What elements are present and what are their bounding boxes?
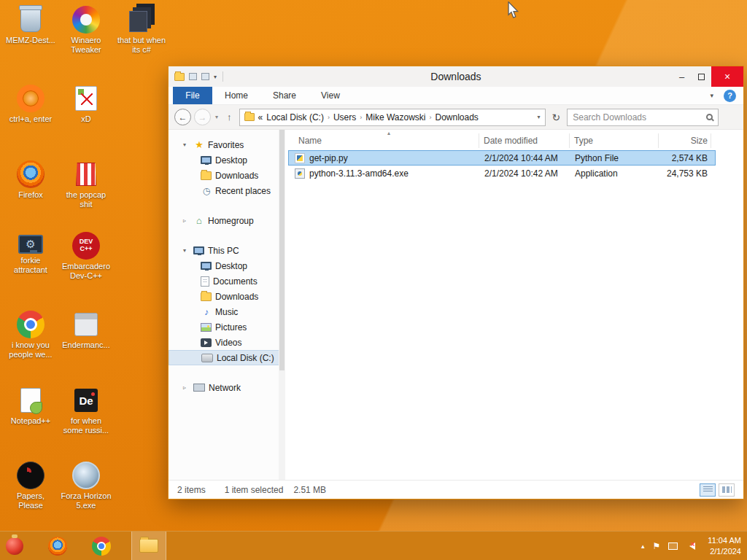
crumb-segment[interactable]: Users xyxy=(333,112,356,122)
qat-properties-icon[interactable] xyxy=(189,73,197,80)
crumb-segment[interactable]: Local Disk (C:) xyxy=(266,112,324,122)
column-header-name[interactable]: Name xyxy=(285,133,479,148)
desktop-icon-label: ctrl+a, enter xyxy=(9,114,52,124)
stacked-windows-icon xyxy=(128,6,155,34)
column-header-type[interactable]: Type xyxy=(570,133,659,148)
nav-scrollbar[interactable] xyxy=(279,130,285,480)
tab-view[interactable]: View xyxy=(309,87,352,104)
nav-pc-music[interactable]: ♪ Music xyxy=(169,304,285,319)
nav-favorites-desktop[interactable]: Desktop xyxy=(169,152,285,168)
desktop-icon-firefox[interactable]: Firefox xyxy=(4,160,57,200)
nav-pc-local-disk[interactable]: Local Disk (C:) xyxy=(169,350,285,365)
tab-file[interactable]: File xyxy=(173,87,212,104)
crumb-overflow[interactable]: « xyxy=(258,112,263,122)
close-button[interactable]: × xyxy=(711,66,743,87)
desktop-icon-russian[interactable]: for when some russi... xyxy=(60,386,112,435)
quick-access-toolbar: ▾ xyxy=(169,71,223,82)
nav-homegroup[interactable]: ▹ ⌂ Homegroup xyxy=(169,213,285,228)
mouse-cursor xyxy=(507,1,520,19)
column-header-size[interactable]: Size xyxy=(659,133,711,148)
nav-pc-downloads[interactable]: Downloads xyxy=(169,289,285,304)
nav-favorites-recent-places[interactable]: ◷ Recent places xyxy=(169,183,285,198)
network-icon xyxy=(193,384,205,392)
nav-pc-videos[interactable]: Videos xyxy=(169,335,285,350)
details-view-button[interactable] xyxy=(700,483,716,497)
desktop-icon-csharp[interactable]: that but when its c# xyxy=(115,6,168,55)
minimize-button[interactable]: – xyxy=(672,66,692,87)
nav-label: Pictures xyxy=(215,322,247,332)
nav-pc-pictures[interactable]: Pictures xyxy=(169,319,285,335)
tab-home[interactable]: Home xyxy=(212,87,260,104)
column-header-date[interactable]: Date modified xyxy=(479,133,570,148)
desktop-icon-notepadpp[interactable]: Notepad++ xyxy=(4,386,57,426)
desktop-icon-ctrl-a[interactable]: ctrl+a, enter xyxy=(4,85,57,124)
search-input[interactable] xyxy=(573,112,703,122)
desktop-icon-enderman[interactable]: Endermanc... xyxy=(60,311,112,350)
start-button[interactable] xyxy=(6,537,23,555)
nav-label: This PC xyxy=(208,246,239,256)
tab-share[interactable]: Share xyxy=(260,87,309,104)
taskbar-chrome-icon[interactable] xyxy=(92,537,111,556)
refresh-button[interactable]: ↻ xyxy=(552,112,561,123)
nav-network[interactable]: ▹ Network xyxy=(169,380,285,395)
dev-cpp-icon xyxy=(72,232,100,260)
action-center-icon[interactable]: ⚑ xyxy=(653,541,661,551)
collapse-arrow-icon[interactable]: ▹ xyxy=(183,217,193,224)
desktop-icon-forkie[interactable]: forkie attractant xyxy=(4,232,57,275)
desktop-icon-label: forkie attractant xyxy=(4,256,57,275)
file-row-python-installer[interactable]: python-3.11.3-amd64.exe 2/1/2024 10:42 A… xyxy=(288,166,716,181)
volume-icon[interactable]: × xyxy=(686,542,695,550)
file-row-get-pip[interactable]: get-pip.py 2/1/2024 10:44 AM Python File… xyxy=(288,150,716,166)
search-icon[interactable] xyxy=(706,114,713,120)
crumb-segment[interactable]: Downloads xyxy=(435,112,478,122)
nav-favorites[interactable]: ▾ ★ Favorites xyxy=(169,137,285,152)
nav-pc-desktop[interactable]: Desktop xyxy=(169,258,285,273)
back-button[interactable]: ← xyxy=(174,109,191,125)
breadcrumb[interactable]: « Local Disk (C:) › Users › Mike Wazowsk… xyxy=(239,109,546,126)
clock-date: 2/1/2024 xyxy=(710,546,741,556)
help-button[interactable]: ? xyxy=(724,90,736,102)
desktop-icon-winaero[interactable]: Winaero Tweaker xyxy=(60,6,112,55)
file-list: ▴ Name Date modified Type Size get-pip.p… xyxy=(285,130,743,480)
recent-locations-icon[interactable]: ▾ xyxy=(215,114,218,120)
desktop-icon-papers-please[interactable]: Papers, Please xyxy=(4,462,57,510)
homegroup-icon: ⌂ xyxy=(193,215,205,226)
title-bar[interactable]: ▾ Downloads – × xyxy=(169,66,743,87)
details-view-icon xyxy=(703,486,713,493)
crumb-separator-icon: › xyxy=(328,114,330,121)
desktop-icon-memz[interactable]: MEMZ-Dest... xyxy=(4,6,57,45)
desktop-icon-forza[interactable]: Forza Horizon 5.exe xyxy=(60,462,112,510)
maximize-button[interactable] xyxy=(692,66,711,87)
network-tray-icon[interactable] xyxy=(668,542,678,550)
taskbar-explorer-button[interactable] xyxy=(131,532,166,560)
de-icon xyxy=(74,389,98,412)
taskbar-clock[interactable]: 11:04 AM 2/1/2024 xyxy=(708,535,741,556)
expand-ribbon-icon[interactable]: ▾ xyxy=(710,92,713,99)
expand-arrow-icon[interactable]: ▾ xyxy=(183,141,193,148)
desktop-icon-xd[interactable]: xD xyxy=(60,85,112,124)
tray-expand-icon[interactable]: ▴ xyxy=(641,542,645,550)
nav-pc-documents[interactable]: Documents xyxy=(169,273,285,289)
address-dropdown-icon[interactable]: ▾ xyxy=(538,114,541,120)
desktop-icon-chrome[interactable]: i know you people we... xyxy=(4,311,57,359)
expand-arrow-icon[interactable]: ▾ xyxy=(183,247,193,254)
forward-button[interactable]: → xyxy=(194,109,211,125)
desktop: MEMZ-Dest... Winaero Tweaker that but wh… xyxy=(0,0,747,560)
qat-customize-icon[interactable]: ▾ xyxy=(214,74,217,80)
thumbnails-view-button[interactable] xyxy=(719,483,735,497)
desktop-icon xyxy=(201,156,212,164)
crumb-segment[interactable]: Mike Wazowski xyxy=(365,112,425,122)
navigation-pane: ▾ ★ Favorites Desktop Downloads ◷ Recent… xyxy=(169,130,285,480)
collapse-arrow-icon[interactable]: ▹ xyxy=(183,384,193,391)
nav-this-pc[interactable]: ▾ This PC xyxy=(169,243,285,258)
up-button[interactable]: ↑ xyxy=(227,112,232,122)
desktop-icon-popcap[interactable]: the popcap shit xyxy=(60,160,112,209)
file-type: Python File xyxy=(570,153,659,163)
qat-new-folder-icon[interactable] xyxy=(201,73,209,80)
taskbar-firefox-icon[interactable] xyxy=(48,537,67,556)
scrollbar-thumb[interactable] xyxy=(279,130,285,370)
nav-favorites-downloads[interactable]: Downloads xyxy=(169,168,285,183)
desktop-icon-devcpp[interactable]: Embarcadero Dev-C++ xyxy=(60,232,112,281)
file-type: Application xyxy=(570,168,659,179)
search-box xyxy=(567,109,719,126)
